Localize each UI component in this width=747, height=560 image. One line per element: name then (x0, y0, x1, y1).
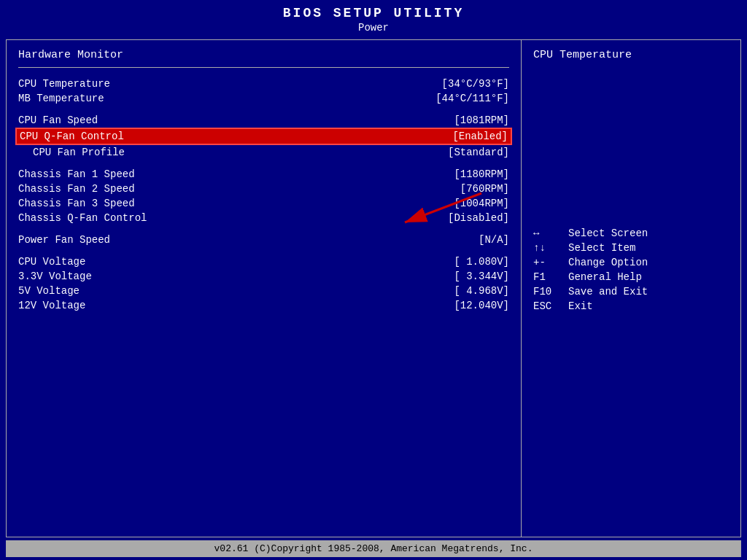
label-chassis-fan3: Chassis Fan 3 Speed (18, 198, 135, 209)
desc-select-item: Select Item (568, 242, 635, 254)
key-change-option: +- Change Option (533, 257, 729, 268)
key-general-help: F1 General Help (533, 271, 729, 283)
desc-exit: Exit (568, 300, 593, 312)
menu-item-cpu-temp[interactable]: CPU Temperature [34°C/93°F] (18, 77, 509, 91)
value-cpu-voltage: [ 1.080V] (454, 256, 509, 268)
key-select-item: ↑↓ Select Item (533, 242, 729, 254)
label-5v-voltage: 5V Voltage (18, 285, 80, 297)
sym-arrows-ud: ↑↓ (533, 242, 560, 254)
menu-item-cpu-qfan[interactable]: CPU Q-Fan Control [Enabled] (15, 128, 512, 145)
bios-title: BIOS SETUP UTILITY (0, 6, 747, 20)
label-cpu-fan-profile: CPU Fan Profile (18, 147, 125, 158)
label-mb-temp: MB Temperature (18, 93, 104, 104)
header: BIOS SETUP UTILITY Power (0, 0, 747, 36)
section-title: Hardware Monitor (18, 49, 509, 61)
sym-esc: ESC (533, 300, 560, 312)
sym-f1: F1 (533, 271, 560, 283)
value-33v-voltage: [ 3.344V] (454, 271, 509, 282)
label-chassis-qfan: Chassis Q-Fan Control (18, 212, 147, 224)
label-cpu-voltage: CPU Voltage (18, 256, 85, 268)
value-chassis-fan2: [760RPM] (460, 183, 509, 195)
left-panel: Hardware Monitor CPU Temperature [34°C/9… (7, 40, 522, 537)
value-power-fan: [N/A] (479, 234, 509, 246)
value-chassis-qfan: [Disabled] (448, 212, 509, 224)
menu-item-mb-temp[interactable]: MB Temperature [44°C/111°F] (18, 91, 509, 106)
label-cpu-temp: CPU Temperature (18, 78, 110, 90)
label-cpu-qfan: CPU Q-Fan Control (20, 131, 124, 142)
desc-save-exit: Save and Exit (568, 286, 648, 298)
spacer1 (18, 106, 509, 113)
value-5v-voltage: [ 4.968V] (454, 285, 509, 297)
key-save-exit: F10 Save and Exit (533, 286, 729, 298)
label-power-fan: Power Fan Speed (18, 234, 110, 246)
sym-plus-minus: +- (533, 257, 560, 268)
bios-section: Power (0, 22, 747, 34)
value-cpu-fan-profile: [Standard] (448, 147, 509, 158)
menu-item-5v-voltage[interactable]: 5V Voltage [ 4.968V] (18, 284, 509, 298)
label-chassis-fan1: Chassis Fan 1 Speed (18, 168, 135, 180)
spacer2 (18, 160, 509, 167)
menu-item-chassis-fan2[interactable]: Chassis Fan 2 Speed [760RPM] (18, 182, 509, 196)
desc-change-option: Change Option (568, 257, 648, 268)
footer: v02.61 (C)Copyright 1985-2008, American … (6, 540, 741, 557)
key-exit: ESC Exit (533, 300, 729, 312)
section-divider (18, 67, 509, 68)
value-chassis-fan1: [1180RPM] (454, 168, 509, 180)
spacer3 (18, 225, 509, 233)
right-panel: CPU Temperature ↔ Select Screen (522, 40, 740, 537)
bios-screen: BIOS SETUP UTILITY Power Hardware Monito… (0, 0, 747, 560)
value-chassis-fan3: [1004RPM] (454, 198, 509, 209)
menu-item-power-fan[interactable]: Power Fan Speed [N/A] (18, 233, 509, 247)
menu-item-cpu-voltage[interactable]: CPU Voltage [ 1.080V] (18, 254, 509, 269)
footer-text: v02.61 (C)Copyright 1985-2008, American … (214, 543, 533, 554)
value-mb-temp: [44°C/111°F] (436, 93, 509, 104)
sym-f10: F10 (533, 286, 560, 298)
value-cpu-qfan: [Enabled] (452, 131, 508, 142)
key-help: ↔ Select Screen ↑↓ Select Item +- Change… (533, 67, 729, 312)
desc-select-screen: Select Screen (568, 228, 648, 239)
context-help-title: CPU Temperature (533, 49, 729, 61)
menu-item-chassis-qfan[interactable]: Chassis Q-Fan Control [Disabled] (18, 211, 509, 225)
value-12v-voltage: [12.040V] (454, 300, 509, 311)
menu-item-cpu-fan-profile[interactable]: CPU Fan Profile [Standard] (18, 145, 509, 160)
menu-item-chassis-fan1[interactable]: Chassis Fan 1 Speed [1180RPM] (18, 167, 509, 182)
label-cpu-fan-speed: CPU Fan Speed (18, 114, 98, 126)
label-chassis-fan2: Chassis Fan 2 Speed (18, 183, 135, 195)
key-select-screen: ↔ Select Screen (533, 228, 729, 239)
menu-item-cpu-fan-speed[interactable]: CPU Fan Speed [1081RPM] (18, 113, 509, 128)
menu-item-chassis-fan3[interactable]: Chassis Fan 3 Speed [1004RPM] (18, 196, 509, 211)
sym-arrows-lr: ↔ (533, 228, 560, 239)
label-33v-voltage: 3.3V Voltage (18, 271, 92, 282)
spacer4 (18, 247, 509, 254)
value-cpu-temp: [34°C/93°F] (442, 78, 509, 90)
label-12v-voltage: 12V Voltage (18, 300, 85, 311)
menu-item-12v-voltage[interactable]: 12V Voltage [12.040V] (18, 298, 509, 313)
main-content: Hardware Monitor CPU Temperature [34°C/9… (6, 39, 741, 537)
value-cpu-fan-speed: [1081RPM] (454, 114, 509, 126)
desc-general-help: General Help (568, 271, 642, 283)
menu-item-33v-voltage[interactable]: 3.3V Voltage [ 3.344V] (18, 269, 509, 284)
